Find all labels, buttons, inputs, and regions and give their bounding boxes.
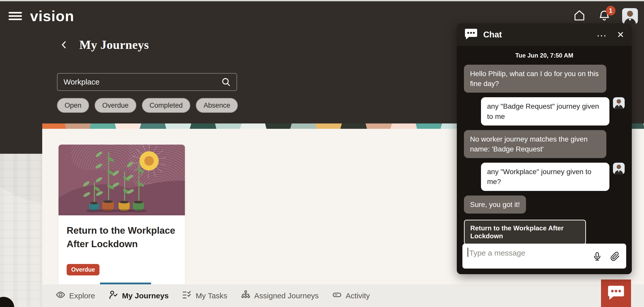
window-top-edge	[0, 0, 644, 1]
chat-input-area	[462, 244, 626, 269]
chat-panel: Chat ... ✕ Tue Jun 20, 7:50 AM Hello Phi…	[457, 23, 632, 274]
chat-close-icon[interactable]: ✕	[617, 30, 624, 40]
user-avatar-small	[613, 97, 625, 109]
chat-header: Chat ... ✕	[457, 23, 632, 46]
filter-chip-completed[interactable]: Completed	[142, 98, 191, 113]
journey-card-image	[58, 145, 185, 215]
left-margin-texture	[0, 154, 42, 307]
home-icon	[573, 9, 586, 23]
chat-message-user: any "Workplace" journey given to me?	[464, 163, 625, 191]
chat-message-bot: No worker journey matches the given name…	[464, 130, 625, 158]
notifications-button[interactable]: 1	[597, 9, 611, 23]
search-icon[interactable]	[221, 77, 231, 87]
plant-illustration	[133, 202, 144, 211]
nav-item-my-tasks[interactable]: My Tasks	[182, 290, 227, 302]
carousel-scrollbar[interactable]	[100, 283, 151, 284]
plant-illustration	[119, 202, 130, 211]
org-chart-icon	[241, 290, 251, 302]
microphone-icon	[592, 251, 602, 262]
nav-item-explore[interactable]: Explore	[55, 290, 95, 302]
person-check-icon	[108, 290, 119, 302]
user-avatar-small	[613, 163, 625, 174]
chat-message-bot: Hello Philip, what can I do for you on t…	[464, 65, 625, 93]
notification-count-badge: 1	[606, 6, 616, 16]
overdue-status-badge: Overdue	[67, 264, 99, 275]
attachment-button[interactable]	[609, 251, 621, 262]
chat-date-header: Tue Jun 20, 7:50 AM	[464, 52, 625, 59]
sun-illustration	[139, 151, 159, 171]
nav-item-activity[interactable]: Activity	[332, 290, 370, 302]
hamburger-menu-icon[interactable]	[9, 11, 22, 21]
home-button[interactable]	[572, 9, 587, 23]
page-title: My Journeys	[79, 38, 149, 52]
plant-illustration	[102, 202, 114, 211]
chat-overflow-menu[interactable]: ...	[597, 31, 607, 38]
task-checklist-icon	[182, 290, 192, 302]
filter-chip-absence[interactable]: Absence	[196, 98, 238, 113]
filter-chip-open[interactable]: Open	[57, 98, 89, 113]
journey-card-title: Return to the Workplace After Lockdown	[67, 224, 177, 251]
journey-search-box	[57, 73, 237, 91]
text-caret	[467, 248, 468, 257]
chat-journey-result-button[interactable]: Return to the Workplace After Lockdown	[464, 220, 586, 244]
chat-bubble-icon	[607, 285, 625, 307]
filter-chip-row: Open Overdue Completed Absence	[57, 98, 238, 113]
app-logo: vision	[30, 7, 74, 24]
chat-message-user: any "Badge Request" journey given to me	[464, 97, 625, 125]
search-input[interactable]	[64, 78, 221, 86]
explore-eye-icon	[55, 290, 66, 302]
nav-item-assigned-journeys[interactable]: Assigned Journeys	[241, 290, 319, 302]
filter-chip-overdue[interactable]: Overdue	[95, 98, 136, 113]
user-avatar[interactable]	[622, 8, 638, 24]
journey-card[interactable]: Return to the Workplace After Lockdown O…	[58, 145, 185, 284]
plant-illustration	[89, 203, 99, 211]
bottom-navigation: Explore My Journeys My Tasks Assigned Jo…	[42, 284, 644, 307]
microphone-button[interactable]	[592, 251, 603, 262]
chat-title: Chat	[483, 30, 502, 39]
nav-item-my-journeys[interactable]: My Journeys	[108, 290, 169, 302]
paperclip-icon	[610, 251, 620, 262]
chat-message-bot: Sure, you got it!	[464, 196, 625, 214]
chat-bubble-icon	[464, 28, 478, 41]
chat-launcher-button[interactable]	[601, 280, 631, 307]
back-button[interactable]	[59, 39, 69, 51]
activity-pill-icon	[332, 290, 342, 302]
chat-message-list: Tue Jun 20, 7:50 AM Hello Philip, what c…	[457, 46, 632, 244]
